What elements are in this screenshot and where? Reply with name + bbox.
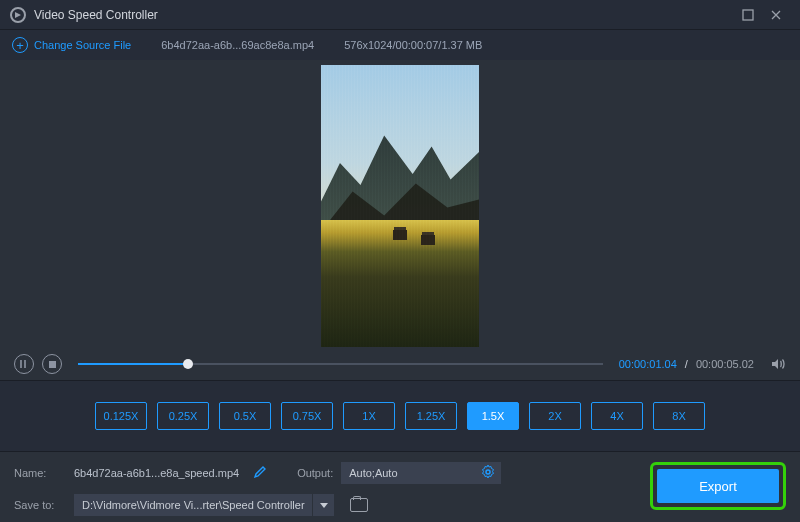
source-meta: 576x1024/00:00:07/1.37 MB (344, 39, 482, 51)
titlebar: Video Speed Controller (0, 0, 800, 30)
speed-button-0-25x[interactable]: 0.25X (157, 402, 209, 430)
save-to-row: Save to: D:\Vidmore\Vidmore Vi...rter\Sp… (14, 494, 638, 516)
open-folder-button[interactable] (350, 498, 368, 512)
name-label: Name: (14, 467, 66, 479)
speed-button-1x[interactable]: 1X (343, 402, 395, 430)
stop-button[interactable] (42, 354, 62, 374)
minimize-button[interactable] (734, 4, 762, 26)
export-button[interactable]: Export (657, 469, 779, 503)
speed-button-1-5x[interactable]: 1.5X (467, 402, 519, 430)
speed-selector: 0.125X0.25X0.5X0.75X1X1.25X1.5X2X4X8X (0, 380, 800, 452)
bottom-panel: Name: 6b4d72aa-a6b1...e8a_speed.mp4 Outp… (0, 452, 800, 522)
time-separator: / (685, 358, 688, 370)
save-path-select[interactable]: D:\Vidmore\Vidmore Vi...rter\Speed Contr… (74, 494, 334, 516)
seek-slider[interactable] (78, 356, 603, 372)
save-path-value: D:\Vidmore\Vidmore Vi...rter\Speed Contr… (82, 499, 305, 511)
time-current: 00:00:01.04 (619, 358, 677, 370)
speed-button-0-75x[interactable]: 0.75X (281, 402, 333, 430)
close-button[interactable] (762, 4, 790, 26)
time-duration: 00:00:05.02 (696, 358, 754, 370)
plus-circle-icon: + (12, 37, 28, 53)
change-source-button[interactable]: + Change Source File (12, 37, 131, 53)
app-logo-icon (10, 7, 26, 23)
speed-button-0-5x[interactable]: 0.5X (219, 402, 271, 430)
speed-button-1-25x[interactable]: 1.25X (405, 402, 457, 430)
source-bar: + Change Source File 6b4d72aa-a6b...69ac… (0, 30, 800, 60)
speed-button-2x[interactable]: 2X (529, 402, 581, 430)
play-pause-button[interactable] (14, 354, 34, 374)
output-settings-button[interactable] (481, 465, 495, 481)
save-path-dropdown-icon[interactable] (312, 494, 334, 516)
export-highlight: Export (650, 462, 786, 510)
change-source-label: Change Source File (34, 39, 131, 51)
output-format-label: Output: (297, 467, 333, 479)
svg-point-2 (486, 470, 490, 474)
video-frame[interactable] (321, 65, 479, 347)
speed-button-0-125x[interactable]: 0.125X (95, 402, 147, 430)
volume-icon[interactable] (770, 356, 786, 372)
output-name-row: Name: 6b4d72aa-a6b1...e8a_speed.mp4 Outp… (14, 462, 638, 484)
video-preview-area (0, 60, 800, 348)
output-format-select[interactable]: Auto;Auto (341, 462, 501, 484)
svg-rect-0 (743, 10, 753, 20)
speed-button-8x[interactable]: 8X (653, 402, 705, 430)
edit-name-button[interactable] (253, 465, 267, 481)
svg-rect-1 (49, 361, 56, 368)
source-filename: 6b4d72aa-a6b...69ac8e8a.mp4 (161, 39, 314, 51)
output-format-value: Auto;Auto (349, 467, 397, 479)
window-title: Video Speed Controller (34, 8, 158, 22)
playback-bar: 00:00:01.04/00:00:05.02 (0, 348, 800, 380)
output-name-value: 6b4d72aa-a6b1...e8a_speed.mp4 (74, 467, 239, 479)
speed-button-4x[interactable]: 4X (591, 402, 643, 430)
save-to-label: Save to: (14, 499, 66, 511)
